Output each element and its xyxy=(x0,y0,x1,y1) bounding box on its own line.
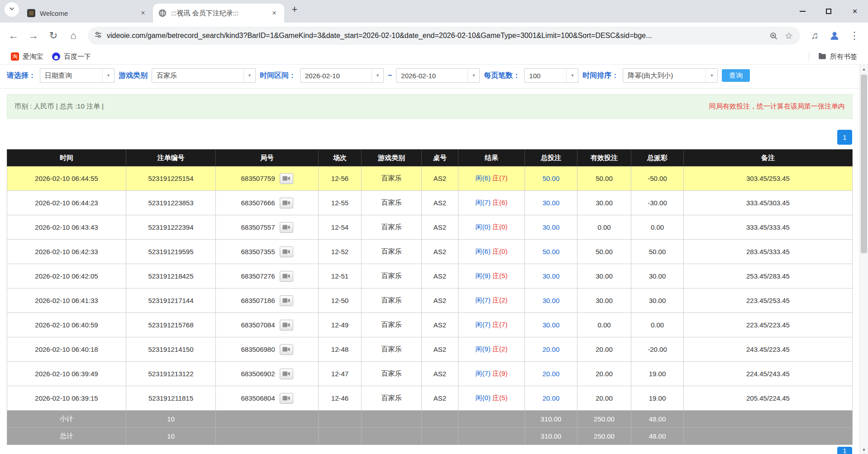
cell-time: 2026-02-10 06:39:49 xyxy=(7,362,126,386)
total-bet-link[interactable]: 30.00 xyxy=(543,199,560,207)
bet-records-table: 时间注单编号局号场次游戏类别桌号结果总投注有效投注总派彩备注 2026-02-1… xyxy=(7,149,853,445)
profile-icon[interactable] xyxy=(825,27,844,45)
search-button[interactable]: 查询 xyxy=(722,69,750,82)
table-row: 2026-02-10 06:44:23523191223853683507666… xyxy=(7,191,853,215)
cell-valid-bet: 0.00 xyxy=(577,215,631,240)
query-type-select[interactable]: 日期查询 ▼ xyxy=(40,68,114,83)
scrollbar-thumb[interactable] xyxy=(861,75,867,253)
all-bookmarks-label: 所有书签 xyxy=(830,52,857,61)
cell-total-bet: 20.00 xyxy=(525,362,577,386)
cell-valid-bet: 20.00 xyxy=(577,337,631,362)
replay-video-button[interactable] xyxy=(280,271,293,282)
replay-video-button[interactable] xyxy=(280,344,293,355)
total-bet-link[interactable]: 50.00 xyxy=(543,175,560,182)
per-page-select[interactable]: 100 ▼ xyxy=(524,68,578,83)
round-id: 683507759 xyxy=(241,175,275,182)
total-bet-link[interactable]: 20.00 xyxy=(543,394,560,402)
cell-note: 253.45/283.45 xyxy=(684,264,853,288)
round-id: 683507084 xyxy=(241,321,275,329)
cell-payout: 50.00 xyxy=(631,240,684,264)
total-bet-link[interactable]: 30.00 xyxy=(543,321,560,329)
total-bet-link[interactable]: 50.00 xyxy=(543,248,560,255)
subtotal-total-bet: 310.00 xyxy=(525,411,577,428)
back-button[interactable]: ← xyxy=(5,27,23,45)
cell-session: 12-52 xyxy=(319,240,362,264)
replay-video-button[interactable] xyxy=(280,369,293,379)
site-settings-icon[interactable] xyxy=(94,31,102,41)
pagination-page-1[interactable]: 1 xyxy=(837,130,852,145)
cell-valid-bet: 30.00 xyxy=(577,264,631,288)
table-row: 2026-02-10 06:40:18523191214150683506980… xyxy=(7,337,853,362)
tab-strip: Welcome × :::视讯 会员下注纪录::: × + × xyxy=(0,0,868,23)
date-end-value: 2026-02-10 xyxy=(396,72,467,80)
result-banker: 庄(5) xyxy=(491,272,508,279)
cell-round: 683507666 xyxy=(216,191,319,215)
result-player: 闲(9) xyxy=(476,272,491,279)
cell-total-bet: 30.00 xyxy=(525,264,577,288)
close-button[interactable]: × xyxy=(842,0,868,23)
cell-round: 683506980 xyxy=(216,337,319,362)
cell-result: 闲(6) 庄(7) xyxy=(458,166,525,191)
cell-bet-id: 523191213122 xyxy=(126,362,216,386)
forward-button[interactable]: → xyxy=(24,27,43,45)
date-start-input[interactable]: 2026-02-10 ▼ xyxy=(300,68,384,83)
round-id: 683506980 xyxy=(241,345,275,353)
cell-total-bet: 50.00 xyxy=(525,166,577,191)
zoom-icon[interactable] xyxy=(766,28,781,43)
cell-valid-bet: 50.00 xyxy=(577,166,631,191)
tab-bet-record[interactable]: :::视讯 会员下注纪录::: × xyxy=(153,4,284,23)
menu-kebab-icon[interactable]: ⋮ xyxy=(845,27,863,45)
total-bet-link[interactable]: 20.00 xyxy=(543,370,560,378)
result-player: 闲(0) xyxy=(476,223,491,231)
reload-button[interactable]: ↻ xyxy=(44,27,62,45)
address-bar[interactable]: videoie.com/game/betrecord_search/kind3?… xyxy=(88,27,800,45)
cell-table: AS2 xyxy=(422,362,458,386)
scroll-down-arrow[interactable]: ▼ xyxy=(860,445,868,454)
subtotal-count: 10 xyxy=(126,411,216,428)
cell-payout: -30.00 xyxy=(631,191,684,215)
media-controls-icon[interactable]: ♫ xyxy=(806,27,824,45)
total-bet-link[interactable]: 30.00 xyxy=(543,272,560,280)
cell-round: 683506902 xyxy=(216,362,319,386)
dropdown-arrow-icon: ▼ xyxy=(102,69,114,82)
tab-search-button[interactable] xyxy=(5,2,19,17)
cell-time: 2026-02-10 06:44:55 xyxy=(7,166,126,191)
game-type-label: 游戏类别 xyxy=(119,71,148,80)
globe-icon xyxy=(158,9,167,17)
cell-result: 闲(9) 庄(5) xyxy=(458,264,525,288)
total-valid-bet: 250.00 xyxy=(577,428,631,445)
scrollbar[interactable]: ▲ ▼ xyxy=(859,65,868,454)
replay-video-button[interactable] xyxy=(280,222,293,233)
total-bet-link[interactable]: 30.00 xyxy=(543,223,560,231)
cell-note: 283.45/333.45 xyxy=(684,240,853,264)
tab-close-icon[interactable]: × xyxy=(270,9,279,18)
replay-video-button[interactable] xyxy=(280,173,293,184)
scroll-up-arrow[interactable]: ▲ xyxy=(860,65,868,73)
replay-video-button[interactable] xyxy=(280,320,293,331)
replay-video-button[interactable] xyxy=(280,295,293,306)
column-header: 有效投注 xyxy=(577,150,631,166)
url-text[interactable]: videoie.com/game/betrecord_search/kind3?… xyxy=(107,32,766,40)
bookmark-label: 百度一下 xyxy=(64,52,91,61)
tab-close-icon[interactable]: × xyxy=(138,9,148,18)
replay-video-button[interactable] xyxy=(280,393,293,404)
new-tab-button[interactable]: + xyxy=(287,2,302,17)
bookmark-star-icon[interactable]: ☆ xyxy=(781,28,796,43)
tab-welcome[interactable]: Welcome × xyxy=(22,4,153,23)
replay-video-button[interactable] xyxy=(280,246,293,257)
all-bookmarks-button[interactable]: 所有书签 xyxy=(814,50,862,63)
minimize-button[interactable] xyxy=(789,0,816,23)
maximize-button[interactable] xyxy=(816,0,842,23)
maximize-icon xyxy=(826,9,831,14)
cell-bet-id: 523191215768 xyxy=(126,313,216,337)
bookmark-baidu[interactable]: 百度一下 xyxy=(48,50,95,63)
sort-select[interactable]: 降幂(由大到小) ▼ xyxy=(623,68,718,83)
game-type-select[interactable]: 百家乐 ▼ xyxy=(152,68,256,83)
pagination-bottom-page-1[interactable]: 1 xyxy=(837,447,852,454)
total-bet-link[interactable]: 20.00 xyxy=(543,345,560,353)
date-end-input[interactable]: 2026-02-10 ▼ xyxy=(396,68,480,83)
total-bet-link[interactable]: 30.00 xyxy=(543,297,560,304)
home-button[interactable]: ⌂ xyxy=(64,27,82,45)
bookmark-taobao[interactable]: 淘 爱淘宝 xyxy=(6,50,48,63)
replay-video-button[interactable] xyxy=(280,198,293,208)
